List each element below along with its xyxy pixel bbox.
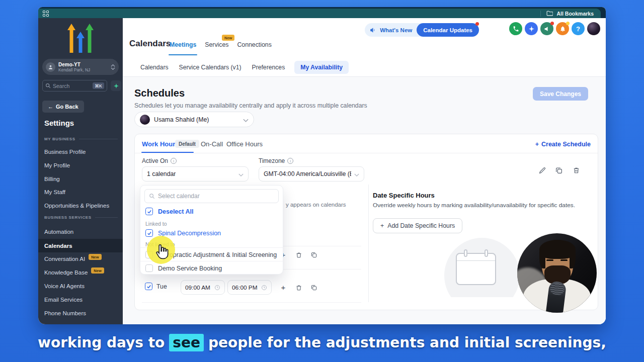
header-quick-actions: ? [509,22,600,35]
delete-slot-button[interactable] [294,250,304,260]
user-select-avatar [140,115,150,125]
new-badge: New [91,267,104,274]
copy-slot-button[interactable] [309,283,319,293]
sidebar-item-opportunities[interactable]: Opportunities & Pipelines [44,200,120,212]
deselect-all-option[interactable]: Deselect All [145,208,279,215]
create-schedule-button[interactable]: + Create Schedule [535,141,591,148]
sidebar-item-email-services[interactable]: Email Services [44,294,120,306]
tue-label: Tue [156,283,167,290]
checkbox-checked-icon[interactable] [145,229,153,237]
plus-icon: + [380,222,384,229]
timezone-select[interactable]: GMT-04:00 America/Louisville (E... [259,166,364,182]
chevron-updown-icon [111,64,115,70]
whats-new-button[interactable]: What's New Calendar Updates [365,23,479,37]
subtab-my-availability[interactable]: My Availability [294,61,349,74]
help-button[interactable]: ? [572,22,585,35]
tab-work-hours[interactable]: Work Hours [142,140,179,148]
tab-services[interactable]: ServicesNew [205,41,228,50]
sidebar-item-knowledge-base[interactable]: Knowledge BaseNew [44,266,120,279]
tab-meetings[interactable]: Meetings [170,41,196,50]
not-linked-to-group-label: Not linked to [145,241,175,247]
subtab-calendars[interactable]: Calendars [139,61,170,74]
schedule-user-select[interactable]: Usama Shahid (Me) [134,112,254,127]
option-chiropractic-adjustment[interactable]: Chiropractic Adjustment & Initial Screen… [145,251,279,258]
calendar-updates-button[interactable]: Calendar Updates [417,23,479,37]
caption-after: people for the adjustments and initial s… [208,334,606,351]
new-badge: New [222,35,234,41]
sidebar-item-phone-numbers[interactable]: Phone Numbers [44,307,120,319]
launchpad-button[interactable] [525,22,538,35]
info-icon: i [287,158,293,164]
go-back-button[interactable]: ← Go Back [42,101,84,113]
notification-dot [550,22,554,25]
user-avatar[interactable] [587,22,600,35]
sidebar-search[interactable]: ⌘K [42,80,107,92]
duplicate-schedule-button[interactable] [554,165,564,175]
tue-day-toggle[interactable]: Tue [145,283,167,290]
subtab-service-calendars[interactable]: Service Calendars (v1) [178,61,243,74]
sidebar-item-voice-ai-agents[interactable]: Voice AI Agents [44,280,120,292]
caption-before: working days to [38,334,165,351]
schedules-heading: Schedules [134,87,185,99]
option-spinal-decompression[interactable]: Spinal Decompression [145,229,279,237]
option-demo-service-booking[interactable]: Demo Service Booking [145,264,279,272]
checkbox-checked-icon[interactable] [145,208,153,215]
card-tab-divider [135,153,598,153]
checkbox-unchecked-icon[interactable] [145,264,153,272]
notification-dot [475,22,479,26]
sidebar-item-business-profile[interactable]: Business Profile [44,146,120,158]
add-date-specific-hours-button[interactable]: + Add Date Specific Hours [373,218,462,233]
tue-end-time-input[interactable]: 06:00 PM [227,280,272,295]
tue-start-time-input[interactable]: 09:00 AM [181,280,225,295]
apps-grid-icon[interactable] [43,11,49,17]
checkbox-checked-icon[interactable] [145,283,152,290]
save-changes-button[interactable]: Save Changes [533,87,588,101]
phone-button[interactable] [509,22,522,35]
sidebar-item-my-staff[interactable]: My Staff [44,186,120,198]
search-shortcut-badge: ⌘K [93,82,104,89]
timezone-label: Timezonei [259,157,293,164]
webcam-overlay [517,233,597,313]
whats-new-label: What's New [380,27,412,33]
checkbox-unchecked-icon[interactable] [145,251,153,258]
search-icon [45,83,51,88]
back-arrow-icon: ← [48,104,53,110]
video-caption: working days to see people for the adjus… [0,334,644,351]
tab-connections[interactable]: Connections [237,41,271,50]
delete-schedule-button[interactable] [571,165,581,175]
header-divider [123,76,606,77]
schedules-subtitle: Schedules let you manage availability ce… [134,102,367,109]
sidebar-item-billing[interactable]: Billing [44,173,120,185]
tab-on-call[interactable]: On-Call [201,140,223,148]
notifications-button[interactable] [556,22,569,35]
account-switcher[interactable]: Demo-YT Kendall Park, NJ [42,59,119,75]
sidebar-item-automation[interactable]: Automation [44,226,120,238]
sidebar-item-my-profile[interactable]: My Profile [44,159,120,171]
section-business-services: BUSINESS SERVICES [44,215,118,220]
delete-slot-button[interactable] [294,283,304,293]
add-slot-button[interactable]: + [279,283,288,292]
tab-office-hours[interactable]: Office Hours [226,140,263,148]
calendar-subtabs: Calendars Service Calendars (v1) Prefere… [139,60,349,74]
active-on-select[interactable]: 1 calendar [142,166,249,182]
dropdown-search-input[interactable] [158,193,259,200]
user-select-value: Usama Shahid (Me) [154,116,209,123]
active-tab-underline [141,152,194,153]
notification-dot [566,22,570,25]
go-back-label: Go Back [56,104,78,110]
bookmark-bar-strip: All Bookmarks [38,9,601,18]
sidebar-search-input[interactable] [53,83,84,89]
dropdown-search[interactable] [144,189,279,203]
subtab-preferences[interactable]: Preferences [251,61,286,74]
sidebar-item-conversation-ai[interactable]: Conversation AINew [44,253,120,265]
edit-schedule-button[interactable] [537,165,547,175]
account-avatar [46,62,55,72]
folder-icon [546,11,553,16]
all-bookmarks-button[interactable]: All Bookmarks [540,11,601,17]
announcements-button[interactable] [540,22,553,35]
question-mark-icon: ? [576,25,580,33]
copy-icon [555,166,563,174]
ai-sparkle-button[interactable] [111,80,121,91]
copy-slot-button[interactable] [309,250,319,260]
sidebar-item-calendars[interactable]: Calendars [38,239,123,252]
